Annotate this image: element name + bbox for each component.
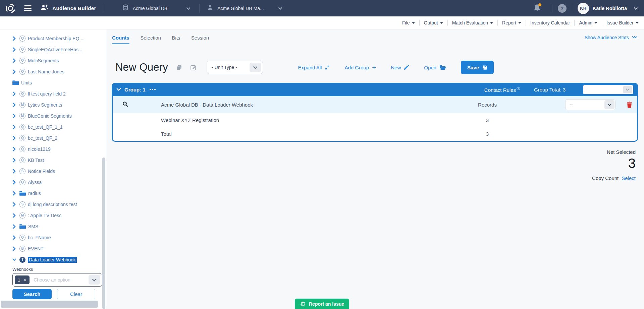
menu-item-match-evaluation[interactable]: Match Evaluation (452, 20, 493, 25)
add-group-link[interactable]: Add Group + (344, 64, 376, 71)
user-avatar[interactable]: KR (578, 3, 589, 14)
search-icon[interactable] (122, 101, 128, 108)
row-name: Total (131, 131, 464, 137)
help-icon[interactable]: ? (558, 4, 567, 13)
tree-item-kb-test[interactable]: QKB Test (0, 154, 106, 166)
collapse-group-icon[interactable] (116, 86, 121, 92)
tree-item-ll-test-query-field-2[interactable]: Qll test query field 2 (0, 88, 106, 99)
type-B-icon: B (19, 246, 25, 252)
menu-item-inventory-calendar[interactable]: Inventory Calendar (530, 20, 570, 25)
chevron-down-icon[interactable] (12, 258, 16, 261)
tree-item-dj-long-descriptions-test[interactable]: Sdj long descriptions test (0, 199, 106, 210)
group-rollup-select[interactable]: -- (583, 85, 633, 94)
tree-item-radius[interactable]: radius (0, 188, 106, 199)
notifications-bell-icon[interactable] (534, 4, 541, 13)
chevron-right-icon[interactable] (12, 224, 16, 229)
tree-item-sms[interactable]: SMS (0, 221, 106, 232)
show-audience-stats-link[interactable]: Show Audience Stats (585, 35, 637, 40)
new-query-link[interactable]: New (391, 65, 409, 70)
tree-item-singleeqactivefreehas[interactable]: QSingleEQActiveFreeHas... (0, 44, 106, 55)
report-an-issue-button[interactable]: Report an Issue (295, 299, 349, 309)
tree-item-blueconic-segments[interactable]: MBlueConic Segments (0, 110, 106, 121)
clear-button[interactable]: Clear (57, 289, 95, 299)
chevron-down-icon[interactable] (634, 5, 638, 11)
chevron-right-icon[interactable] (12, 91, 16, 96)
app-switcher[interactable]: Audience Builder (40, 4, 96, 12)
group-menu-icon[interactable] (150, 89, 156, 90)
chevron-right-icon[interactable] (12, 136, 16, 140)
vertical-scrollbar-thumb[interactable] (102, 158, 105, 309)
chevron-right-icon[interactable] (12, 202, 16, 207)
tree-item-event[interactable]: BEVENT (0, 243, 106, 254)
chevron-right-icon[interactable] (12, 158, 16, 163)
expand-all-link[interactable]: Expand All (298, 65, 330, 70)
audience-selector[interactable]: Acme Global DB Ma... (207, 4, 282, 12)
chevron-right-icon[interactable] (12, 213, 16, 218)
remove-chip-icon[interactable]: ✕ (23, 277, 26, 283)
search-button[interactable]: Search (12, 289, 52, 299)
chevron-right-icon[interactable] (12, 125, 16, 129)
save-button[interactable]: Save (461, 61, 494, 74)
copy-icon[interactable] (176, 64, 182, 71)
tree-item-units[interactable]: Units (0, 77, 106, 88)
open-query-link[interactable]: Open (424, 65, 446, 70)
tree-item-label: Product Membership EQ ... (28, 36, 85, 41)
tab-selection[interactable]: Selection (140, 35, 161, 41)
net-selected-panel: Net Selected 3 Copy Count Select (106, 149, 644, 181)
tree-item-label: bc_test_QF_1_1 (28, 124, 63, 130)
horizontal-scrollbar-thumb[interactable] (1, 301, 98, 308)
tree-item-data-loader-webhook[interactable]: TData Loader Webhook (0, 254, 106, 265)
chevron-right-icon[interactable] (12, 235, 16, 240)
database-selector[interactable]: Acme Global DB (122, 4, 191, 12)
tab-session[interactable]: Session (191, 35, 209, 41)
chevron-right-icon[interactable] (12, 69, 16, 74)
chevron-right-icon[interactable] (12, 246, 16, 251)
selected-option-chip[interactable]: 1 ✕ (15, 275, 30, 284)
tree-item-nicole1219[interactable]: Qnicole1219 (0, 143, 106, 154)
webhooks-select[interactable]: 1 ✕ Choose an option (12, 273, 102, 287)
chevron-right-icon[interactable] (12, 147, 16, 151)
query-field-row[interactable]: Acme Global DB - Data Loader Webhook Rec… (113, 96, 637, 113)
menu-item-issue-builder[interactable]: Issue Builder (606, 20, 639, 25)
tree-item-lytics-segments[interactable]: MLytics Segments (0, 99, 106, 110)
tree-item-bc-test-qf-1-1[interactable]: Qbc_test_QF_1_1 (0, 121, 106, 132)
copy-count-label: Copy Count (592, 175, 619, 181)
tree-item-notice-fields[interactable]: SNotice Fields (0, 166, 106, 177)
edit-icon[interactable] (190, 64, 197, 71)
menu-divider (602, 20, 602, 26)
hamburger-menu-icon[interactable] (24, 4, 32, 12)
chevron-right-icon[interactable] (12, 114, 16, 118)
tab-counts[interactable]: Counts (112, 35, 129, 44)
menu-item-output[interactable]: Output (424, 20, 443, 25)
menu-item-report[interactable]: Report (502, 20, 521, 25)
app-logo-icon[interactable] (5, 3, 16, 14)
unit-type-select[interactable]: - Unit Type - (207, 61, 263, 74)
chevron-down-icon[interactable] (89, 275, 100, 285)
chevron-right-icon[interactable] (12, 47, 16, 52)
tree-item-alyssa[interactable]: QAlyssa (0, 177, 106, 188)
tree-item-label: : Apple TV Desc (28, 213, 61, 218)
chevron-right-icon[interactable] (12, 169, 16, 174)
expand-icon (325, 65, 330, 70)
tree-item-apple-tv-desc[interactable]: M: Apple TV Desc (0, 210, 106, 221)
tab-bits[interactable]: Bits (172, 35, 180, 41)
chevron-right-icon[interactable] (12, 191, 16, 196)
tree-item-product-membership-eq[interactable]: QProduct Membership EQ ... (0, 33, 106, 44)
chevron-right-icon[interactable] (12, 58, 16, 63)
group-panel: Group: 1 Contact Rulesⓘ Group Total: 3 -… (112, 83, 638, 142)
menu-item-admin[interactable]: Admin (579, 20, 597, 25)
tree-item-label: radius (28, 191, 41, 196)
chevron-right-icon[interactable] (12, 180, 16, 185)
copy-count-select-link[interactable]: Select (622, 175, 636, 181)
type-Q-icon: Q (19, 135, 25, 141)
tree-item-multisegments[interactable]: QMultiSegments (0, 55, 106, 66)
row-operator-select[interactable]: -- (565, 99, 615, 110)
tree-item-last-name-jones[interactable]: QLast Name Jones (0, 66, 106, 77)
chevron-right-icon[interactable] (12, 36, 16, 41)
chevron-right-icon[interactable] (12, 103, 16, 107)
tree-item-bc-fname[interactable]: Qbc_FName (0, 232, 106, 243)
tree-item-bc-test-qf-2[interactable]: Qbc_test_QF_2 (0, 132, 106, 143)
contact-rules-link[interactable]: Contact Rulesⓘ (484, 86, 520, 93)
delete-row-icon[interactable] (622, 102, 637, 108)
menu-item-file[interactable]: File (402, 20, 415, 25)
